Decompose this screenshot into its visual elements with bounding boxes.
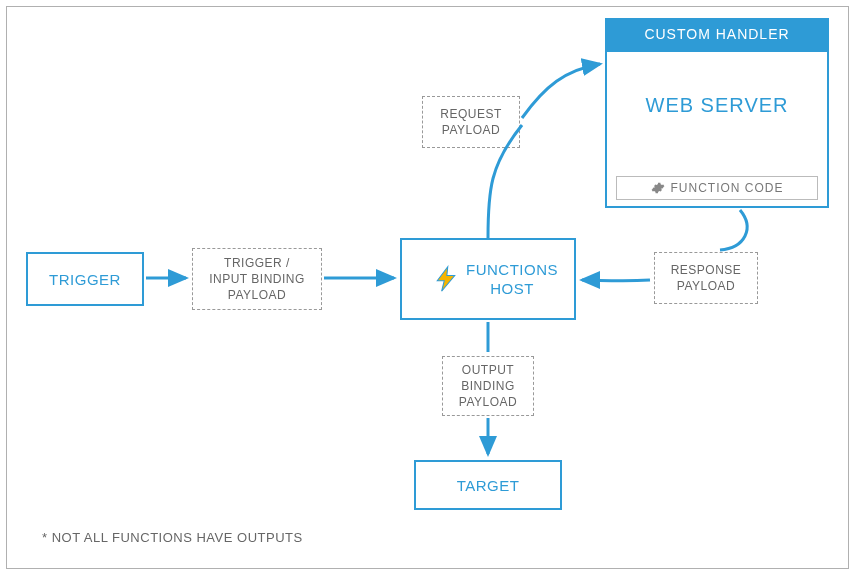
function-code-node: FUNCTION CODE <box>616 176 818 200</box>
web-server-label: WEB SERVER <box>646 94 789 117</box>
trigger-label: TRIGGER <box>49 271 121 288</box>
custom-handler-header: CUSTOM HANDLER <box>605 18 829 50</box>
target-label: TARGET <box>457 477 520 494</box>
response-payload-node: RESPONSE PAYLOAD <box>654 252 758 304</box>
function-code-label: FUNCTION CODE <box>671 181 784 195</box>
trigger-node: TRIGGER <box>26 252 144 306</box>
custom-handler-header-label: CUSTOM HANDLER <box>644 26 789 42</box>
footnote: * NOT ALL FUNCTIONS HAVE OUTPUTS <box>42 530 303 545</box>
input-payload-node: TRIGGER / INPUT BINDING PAYLOAD <box>192 248 322 310</box>
lightning-icon <box>432 265 460 293</box>
target-node: TARGET <box>414 460 562 510</box>
request-payload-node: REQUEST PAYLOAD <box>422 96 520 148</box>
request-payload-label: REQUEST PAYLOAD <box>440 106 502 138</box>
functions-host-label: FUNCTIONS HOST <box>466 260 558 299</box>
input-payload-label: TRIGGER / INPUT BINDING PAYLOAD <box>209 255 305 304</box>
gear-icon <box>651 181 665 195</box>
footnote-text: * NOT ALL FUNCTIONS HAVE OUTPUTS <box>42 530 303 545</box>
output-payload-node: OUTPUT BINDING PAYLOAD <box>442 356 534 416</box>
output-payload-label: OUTPUT BINDING PAYLOAD <box>459 362 517 411</box>
response-payload-label: RESPONSE PAYLOAD <box>671 262 742 294</box>
functions-host-node: FUNCTIONS HOST <box>400 238 576 320</box>
